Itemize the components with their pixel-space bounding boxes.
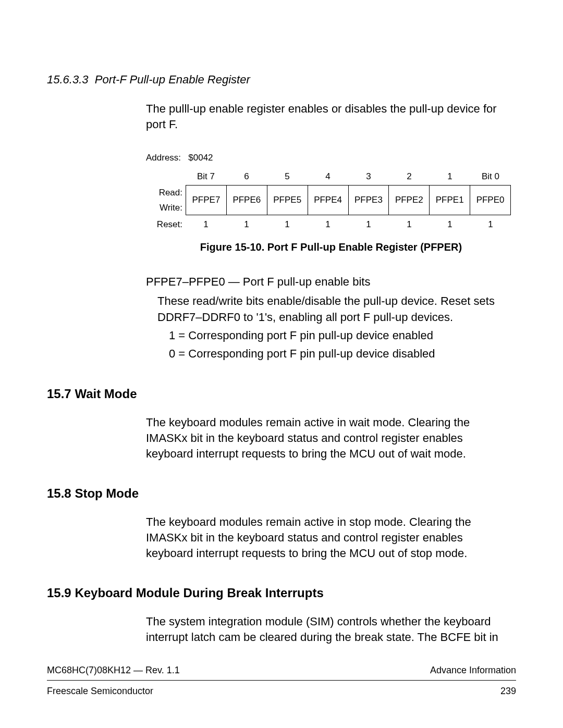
bit-header-row: Bit 7 6 5 4 3 2 1 Bit 0 [146,168,511,185]
page: 15.6.3.3 Port-F Pull-up Enable Register … [0,0,563,728]
bit-header: 1 [430,168,470,185]
bit-header: Bit 0 [470,168,511,185]
read-write-label: Read: Write: [146,185,186,215]
bit-name: PFPE1 [430,185,470,215]
reset-value: 1 [186,215,226,234]
bit-header: Bit 7 [186,168,226,185]
bit-header: 2 [389,168,430,185]
subsection-name: Port-F Pull-up Enable Register [95,73,250,86]
bit-name: PFPE6 [227,185,267,215]
footer-doc-id: MC68HC(7)08KH12 — Rev. 1.1 [47,665,180,676]
reset-value: 1 [267,215,308,234]
section-title-wait-mode: 15.7 Wait Mode [47,387,516,401]
reset-row: Reset: 1 1 1 1 1 1 1 1 [146,215,511,234]
reset-value: 1 [470,215,511,234]
bit-header: 4 [308,168,348,185]
bit-name: PFPE4 [308,185,349,215]
bit-header: 3 [348,168,389,185]
footer-page-number: 239 [500,686,516,697]
register-diagram: Bit 7 6 5 4 3 2 1 Bit 0 Read: Write: PFP… [146,168,511,234]
bit-header: 6 [226,168,267,185]
reset-value: 1 [348,215,389,234]
write-label: Write: [146,203,182,213]
bit-desc-option: 0 = Corresponding port F pin pull-up dev… [169,346,511,362]
footer-right-top: Advance Information [430,665,516,676]
reset-label: Reset: [146,215,186,234]
reset-value: 1 [308,215,348,234]
subsection-title: 15.6.3.3 Port-F Pull-up Enable Register [47,73,516,87]
figure-caption: Figure 15-10. Port F Pull-up Enable Regi… [146,241,516,253]
bit-name: PFPE2 [389,185,430,215]
bit-desc-line: These read/write bits enable/disable the… [157,293,511,326]
address-label: Address: [146,153,181,163]
section-body-break-interrupts: The system integration module (SIM) cont… [146,614,511,645]
reset-value: 1 [389,215,430,234]
section-body-wait-mode: The keyboard modules remain active in wa… [146,415,511,461]
section-title-break-interrupts: 15.9 Keyboard Module During Break Interr… [47,586,516,600]
bit-name: PFPE5 [267,185,308,215]
footer-company: Freescale Semiconductor [47,686,153,697]
bit-name: PFPE7 [186,185,227,215]
intro-paragraph: The pulll-up enable register enables or … [146,101,511,132]
bit-name: PFPE3 [349,185,389,215]
bit-description: PFPE7–PFPE0 — Port F pull-up enable bits… [146,274,511,362]
read-label: Read: [146,188,182,198]
reset-value: 1 [430,215,470,234]
address-value: $0042 [188,153,213,163]
subsection-number: 15.6.3.3 [47,73,89,86]
bit-desc-title: PFPE7–PFPE0 — Port F pull-up enable bits [146,274,511,290]
section-body-stop-mode: The keyboard modules remain active in st… [146,514,511,561]
page-footer: MC68HC(7)08KH12 — Rev. 1.1 Advance Infor… [47,665,516,697]
reset-value: 1 [226,215,267,234]
bit-name: PFPE0 [470,185,511,215]
bit-desc-option: 1 = Corresponding port F pin pull-up dev… [169,328,511,344]
register-address: Address: $0042 [146,153,516,163]
section-title-stop-mode: 15.8 Stop Mode [47,486,516,501]
register-data-row: Read: Write: PFPE7 PFPE6 PFPE5 PFPE4 PFP… [146,185,511,215]
bit-header: 5 [267,168,308,185]
bit-header-spacer [146,168,186,185]
